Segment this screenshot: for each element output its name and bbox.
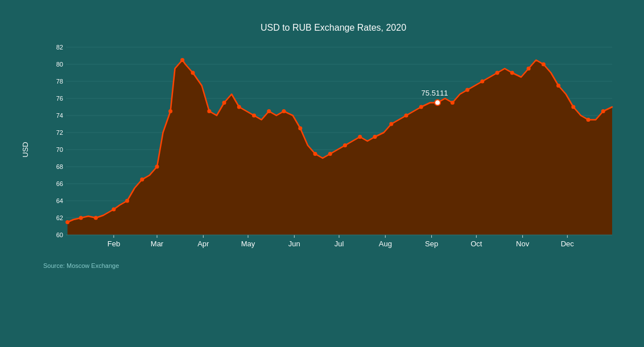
svg-point-54: [510, 71, 514, 75]
svg-point-30: [155, 165, 159, 169]
svg-point-43: [343, 143, 347, 147]
svg-point-57: [556, 84, 560, 88]
svg-text:68: 68: [56, 163, 63, 170]
svg-text:Feb: Feb: [108, 239, 120, 248]
svg-text:Aug: Aug: [379, 239, 392, 248]
svg-point-50: [451, 101, 455, 105]
svg-text:60: 60: [56, 232, 63, 238]
line-chart: 82807876747270686664626075.5111FebMarApr…: [43, 42, 624, 258]
svg-text:72: 72: [56, 129, 63, 136]
svg-text:82: 82: [56, 44, 63, 51]
chart-inner: 82807876747270686664626075.5111FebMarApr…: [43, 42, 624, 258]
svg-point-60: [601, 109, 605, 113]
svg-text:75.5111: 75.5111: [422, 89, 448, 97]
svg-point-28: [125, 199, 129, 203]
svg-point-61: [435, 100, 440, 105]
svg-point-36: [237, 105, 241, 109]
source-text: Source: Moscow Exchange: [43, 262, 624, 269]
svg-point-56: [542, 63, 546, 67]
svg-text:May: May: [241, 239, 255, 248]
svg-point-51: [465, 88, 469, 92]
svg-point-26: [94, 216, 98, 220]
chart-title: USD to RUB Exchange Rates, 2020: [43, 23, 624, 33]
svg-point-31: [168, 109, 172, 113]
svg-point-47: [404, 114, 408, 118]
chart-area: USD 82807876747270686664626075.5111FebMa…: [43, 42, 624, 258]
chart-container: USD to RUB Exchange Rates, 2020 USD 8280…: [9, 11, 635, 336]
svg-text:62: 62: [56, 214, 63, 221]
svg-point-48: [419, 105, 423, 109]
svg-point-45: [373, 135, 377, 139]
svg-text:Nov: Nov: [516, 239, 530, 248]
svg-point-40: [298, 126, 302, 130]
svg-point-58: [571, 105, 575, 109]
svg-point-33: [191, 71, 195, 75]
svg-point-42: [328, 152, 332, 156]
svg-point-32: [180, 58, 184, 62]
svg-text:78: 78: [56, 78, 63, 85]
svg-text:70: 70: [56, 146, 63, 153]
svg-point-29: [140, 177, 144, 181]
svg-point-41: [313, 152, 317, 156]
svg-text:Jun: Jun: [288, 239, 300, 248]
svg-point-52: [480, 80, 484, 84]
svg-text:Oct: Oct: [470, 239, 482, 248]
y-axis-label: USD: [21, 142, 30, 157]
svg-point-39: [282, 109, 286, 113]
svg-point-34: [207, 109, 211, 113]
svg-text:80: 80: [56, 61, 63, 68]
svg-point-37: [252, 114, 256, 118]
svg-point-35: [222, 101, 226, 105]
svg-point-46: [389, 122, 393, 126]
svg-text:74: 74: [56, 112, 63, 119]
svg-text:64: 64: [56, 197, 63, 204]
svg-point-24: [65, 220, 69, 224]
svg-point-44: [358, 135, 362, 139]
svg-text:76: 76: [56, 95, 63, 102]
svg-text:Dec: Dec: [561, 239, 575, 248]
svg-point-38: [267, 109, 271, 113]
svg-text:66: 66: [56, 180, 63, 187]
svg-point-27: [112, 208, 115, 212]
svg-point-53: [496, 71, 499, 75]
svg-text:Apr: Apr: [197, 239, 209, 248]
svg-point-55: [527, 67, 531, 71]
svg-point-59: [587, 118, 591, 122]
svg-text:Jul: Jul: [335, 239, 344, 248]
svg-point-25: [79, 216, 83, 220]
svg-text:Mar: Mar: [151, 239, 164, 248]
svg-text:Sep: Sep: [425, 239, 438, 248]
